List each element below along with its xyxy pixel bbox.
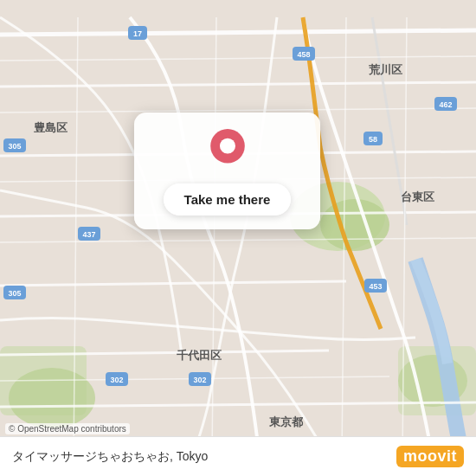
- moovit-logo: moovit: [396, 446, 464, 467]
- svg-text:302: 302: [110, 376, 123, 384]
- svg-text:東京都: 東京都: [269, 415, 304, 428]
- svg-point-49: [220, 138, 235, 154]
- svg-point-4: [9, 368, 95, 428]
- svg-text:302: 302: [193, 376, 206, 384]
- location-pin-icon: [204, 128, 251, 175]
- svg-text:豊島区: 豊島区: [34, 121, 68, 134]
- svg-text:千代田区: 千代田区: [177, 349, 222, 362]
- svg-text:437: 437: [82, 230, 95, 239]
- svg-text:458: 458: [297, 50, 310, 59]
- map-background: 17 458 305 437 58 462 305 302 302 453 豊島…: [0, 0, 476, 476]
- map-container: 17 458 305 437 58 462 305 302 302 453 豊島…: [0, 0, 476, 476]
- map-attribution: © OpenStreetMap contributors: [5, 423, 130, 434]
- svg-text:台東区: 台東区: [401, 190, 434, 203]
- svg-text:17: 17: [133, 29, 142, 38]
- svg-text:462: 462: [439, 100, 452, 109]
- moovit-logo-text: moovit: [396, 446, 464, 467]
- svg-text:荒川区: 荒川区: [369, 63, 402, 76]
- popup-card: Take me there: [134, 113, 320, 229]
- bottom-bar: タイマッサージちゃおちゃお, Tokyo moovit: [0, 436, 476, 476]
- svg-text:305: 305: [8, 142, 21, 151]
- svg-text:305: 305: [8, 289, 21, 298]
- place-name: タイマッサージちゃおちゃお, Tokyo: [12, 449, 208, 465]
- svg-text:58: 58: [369, 135, 377, 144]
- take-me-there-button[interactable]: Take me there: [164, 183, 292, 215]
- svg-point-2: [320, 199, 389, 251]
- svg-text:453: 453: [369, 282, 382, 291]
